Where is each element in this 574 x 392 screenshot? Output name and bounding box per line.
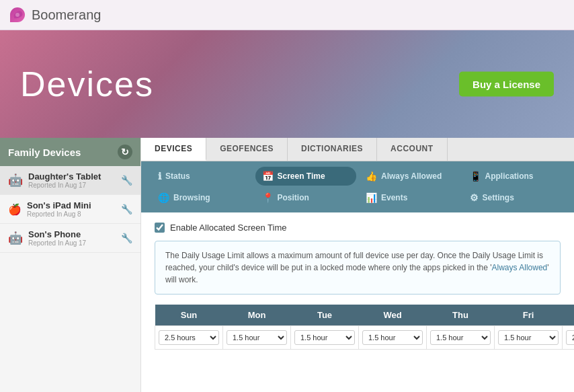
sidebar-item-sons-ipad-mini[interactable]: 🍎 Son's iPad Mini Reported In Aug 8 🔧 <box>0 195 140 224</box>
content-area: DEVICES GEOFENCES DICTIONARIES ACCOUNT ℹ… <box>141 138 574 392</box>
main-layout: Family Devices ↻ 🤖 Daughter's Tablet Rep… <box>0 138 574 392</box>
sub-nav-events-label: Events <box>381 193 407 202</box>
buy-license-button[interactable]: Buy a License <box>459 72 554 97</box>
time-cell-mon: 30 min1 hour1.5 hour2 hours2.5 hours3 ho… <box>223 326 291 350</box>
day-header-wed: Wed <box>359 305 427 326</box>
day-header-row: SunMonTueWedThuFriSat <box>155 305 575 326</box>
sub-nav-screen-time-label: Screen Time <box>278 171 325 181</box>
device-text: Son's iPad Mini Reported In Aug 8 <box>27 200 91 218</box>
wrench-icon[interactable]: 🔧 <box>121 204 132 214</box>
sub-nav-browsing[interactable]: 🌐 Browsing <box>151 188 253 207</box>
time-select-thu[interactable]: 30 min1 hour1.5 hour2 hours2.5 hours3 ho… <box>430 330 491 345</box>
page-title: Devices <box>20 64 154 104</box>
enable-screen-time-checkbox[interactable] <box>155 223 165 233</box>
enable-row: Enable Allocated Screen Time <box>155 223 561 233</box>
logo-icon <box>10 7 25 22</box>
sub-nav-always-allowed[interactable]: 👍 Always Allowed <box>359 167 460 186</box>
wrench-icon[interactable]: 🔧 <box>121 175 132 186</box>
sub-nav-events[interactable]: 📊 Events <box>359 188 460 207</box>
sidebar-header: Family Devices ↻ <box>0 138 140 166</box>
info-text: The Daily Usage Limit allows a maximum a… <box>165 251 549 284</box>
info-icon: ℹ <box>158 171 161 182</box>
device-name: Daughter's Tablet <box>28 171 101 182</box>
tab-geofences[interactable]: GEOFENCES <box>206 138 288 161</box>
sub-nav-settings[interactable]: ⚙ Settings <box>463 188 565 207</box>
thumbsup-icon: 👍 <box>366 171 377 182</box>
time-select-tue[interactable]: 30 min1 hour1.5 hour2 hours2.5 hours3 ho… <box>294 330 355 345</box>
sub-nav-browsing-label: Browsing <box>173 193 210 202</box>
device-list: 🤖 Daughter's Tablet Reported In Aug 17 🔧… <box>0 166 140 253</box>
sidebar-item-sons-phone[interactable]: 🤖 Son's Phone Reported In Aug 17 🔧 <box>0 224 140 253</box>
time-select-sun[interactable]: 30 min1 hour1.5 hour2 hours2.5 hours3 ho… <box>159 330 219 345</box>
time-cell-thu: 30 min1 hour1.5 hour2 hours2.5 hours3 ho… <box>427 326 495 350</box>
globe-icon: 🌐 <box>158 192 169 203</box>
android-icon: 🤖 <box>8 231 23 245</box>
day-header-fri: Fri <box>495 305 563 326</box>
family-devices-label: Family Devices <box>8 147 81 158</box>
sub-nav-settings-label: Settings <box>483 193 514 202</box>
calendar-icon: 📅 <box>262 171 274 182</box>
android-icon: 🤖 <box>8 173 23 188</box>
sub-nav-applications[interactable]: 📱 Applications <box>463 167 565 186</box>
time-select-fri[interactable]: 30 min1 hour1.5 hour2 hours2.5 hours3 ho… <box>498 330 559 345</box>
sub-nav: ℹ Status 📅 Screen Time 👍 Always Allowed … <box>141 161 574 212</box>
info-box: The Daily Usage Limit allows a maximum a… <box>155 241 561 295</box>
sub-nav-screen-time[interactable]: 📅 Screen Time <box>255 167 357 186</box>
time-cell-wed: 30 min1 hour1.5 hour2 hours2.5 hours3 ho… <box>359 326 427 350</box>
tab-dictionaries[interactable]: DICTIONARIES <box>288 138 377 161</box>
device-reported: Reported In Aug 17 <box>28 182 101 189</box>
screen-time-content: Enable Allocated Screen Time The Daily U… <box>141 212 574 360</box>
banner: Devices Buy a License <box>0 30 574 138</box>
device-name: Son's Phone <box>28 229 86 239</box>
sub-nav-position[interactable]: 📍 Position <box>255 188 357 207</box>
device-reported: Reported In Aug 8 <box>27 210 91 218</box>
time-select-wed[interactable]: 30 min1 hour1.5 hour2 hours2.5 hours3 ho… <box>362 330 423 345</box>
apple-icon: 🍎 <box>8 203 22 216</box>
wrench-icon[interactable]: 🔧 <box>121 233 132 243</box>
device-name: Son's iPad Mini <box>27 200 91 210</box>
pin-icon: 📍 <box>262 192 274 203</box>
main-tabs: DEVICES GEOFENCES DICTIONARIES ACCOUNT <box>141 138 574 161</box>
sub-nav-applications-label: Applications <box>485 171 534 181</box>
day-header-mon: Mon <box>223 305 291 326</box>
time-cell-sat: 30 min1 hour1.5 hour2 hours2.5 hours3 ho… <box>563 326 575 350</box>
app-header: Boomerang <box>0 0 574 30</box>
sub-nav-always-allowed-label: Always Allowed <box>381 171 442 181</box>
time-select-sat[interactable]: 30 min1 hour1.5 hour2 hours2.5 hours3 ho… <box>566 330 574 345</box>
refresh-icon[interactable]: ↻ <box>118 145 132 159</box>
device-text: Daughter's Tablet Reported In Aug 17 <box>28 171 101 189</box>
sidebar: Family Devices ↻ 🤖 Daughter's Tablet Rep… <box>0 138 141 392</box>
sub-nav-status-label: Status <box>165 171 190 181</box>
time-cell-sun: 30 min1 hour1.5 hour2 hours2.5 hours3 ho… <box>155 326 223 350</box>
device-reported: Reported In Aug 17 <box>28 239 86 247</box>
device-info: 🤖 Son's Phone Reported In Aug 17 <box>8 229 121 247</box>
tab-account[interactable]: ACCOUNT <box>377 138 448 161</box>
svg-point-0 <box>15 13 19 17</box>
time-table: SunMonTueWedThuFriSat 30 min1 hour1.5 ho… <box>155 305 574 350</box>
time-cell-fri: 30 min1 hour1.5 hour2 hours2.5 hours3 ho… <box>495 326 563 350</box>
time-cell-tue: 30 min1 hour1.5 hour2 hours2.5 hours3 ho… <box>291 326 359 350</box>
logo-text: Boomerang <box>32 7 101 23</box>
day-header-thu: Thu <box>427 305 495 326</box>
chart-icon: 📊 <box>366 192 377 203</box>
device-info: 🍎 Son's iPad Mini Reported In Aug 8 <box>8 200 121 218</box>
time-select-row: 30 min1 hour1.5 hour2 hours2.5 hours3 ho… <box>155 326 575 350</box>
time-select-mon[interactable]: 30 min1 hour1.5 hour2 hours2.5 hours3 ho… <box>227 330 287 345</box>
sidebar-item-daughters-tablet[interactable]: 🤖 Daughter's Tablet Reported In Aug 17 🔧 <box>0 166 140 195</box>
day-header-sat: Sat <box>563 305 575 326</box>
sub-nav-status[interactable]: ℹ Status <box>151 167 253 186</box>
tab-devices[interactable]: DEVICES <box>141 138 206 161</box>
gear-icon: ⚙ <box>470 192 479 203</box>
day-header-sun: Sun <box>155 305 223 326</box>
apps-icon: 📱 <box>470 171 481 182</box>
device-info: 🤖 Daughter's Tablet Reported In Aug 17 <box>8 171 121 189</box>
day-header-tue: Tue <box>291 305 359 326</box>
enable-screen-time-label: Enable Allocated Screen Time <box>170 223 286 233</box>
sub-nav-position-label: Position <box>278 193 309 202</box>
device-text: Son's Phone Reported In Aug 17 <box>28 229 86 247</box>
